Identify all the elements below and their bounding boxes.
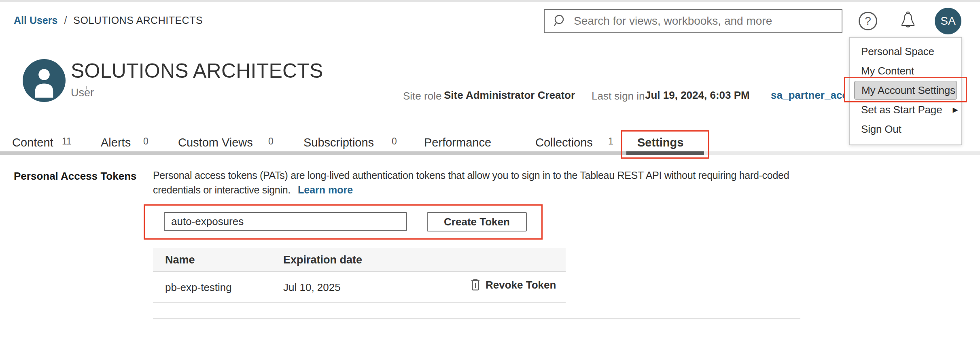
notifications-bell-icon[interactable] <box>897 10 918 32</box>
trash-icon <box>470 278 481 291</box>
tab-label: Collections <box>535 136 593 149</box>
pat-description-line1: Personal access tokens (PATs) are long-l… <box>153 170 789 181</box>
username-link[interactable]: sa_partner_accou <box>771 89 844 102</box>
last-sign-in-label: Last sign in <box>592 90 645 102</box>
help-icon[interactable]: ? <box>859 12 877 30</box>
breadcrumb: All Users / SOLUTIONS ARCHITECTS <box>14 15 203 26</box>
menu-item-my-account-settings[interactable]: My Account Settings <box>850 81 961 100</box>
tab-content[interactable]: Content 11 <box>12 136 53 149</box>
revoke-token-button[interactable]: Revoke Token <box>470 278 556 291</box>
account-dropdown-menu: Personal Space My Content My Account Set… <box>849 37 962 145</box>
tab-alerts[interactable]: Alerts 0 <box>101 136 131 149</box>
tab-collections[interactable]: Collections 1 <box>535 136 593 149</box>
menu-item-highlight: My Account Settings <box>854 81 957 100</box>
search-input[interactable] <box>574 15 833 28</box>
menu-item-label: Set as Start Page <box>861 104 942 116</box>
token-name-cell: pb-exp-testing <box>165 281 232 294</box>
bell-icon <box>897 10 918 32</box>
submenu-arrow-icon: ▶ <box>952 106 958 114</box>
page-title: SOLUTIONS ARCHITECTS <box>71 59 323 83</box>
table-row: pb-exp-testing Jul 10, 2025 Revoke Token <box>153 272 566 303</box>
tab-count: 0 <box>392 136 397 147</box>
token-expiration-cell: Jul 10, 2025 <box>283 281 341 294</box>
site-role-value: Site Administrator Creator <box>444 89 575 102</box>
avatar-initials: SA <box>940 15 955 28</box>
profile-type-label: User <box>71 87 94 99</box>
menu-item-label: My Account Settings <box>861 84 955 97</box>
search-icon <box>553 14 567 28</box>
tab-label: Custom Views <box>178 136 253 149</box>
learn-more-link[interactable]: Learn more <box>298 184 353 196</box>
pat-description-line2: credentials or interactive signin. Learn… <box>153 184 353 196</box>
breadcrumb-all-users-link[interactable]: All Users <box>14 15 57 26</box>
menu-item-my-content[interactable]: My Content <box>850 61 961 81</box>
tab-subscriptions[interactable]: Subscriptions 0 <box>303 136 374 149</box>
tab-label: Settings <box>637 136 683 149</box>
tab-count: 0 <box>143 136 148 147</box>
breadcrumb-current-page: SOLUTIONS ARCHITECTS <box>73 15 203 26</box>
breadcrumb-separator: / <box>64 15 67 26</box>
tab-count: 1 <box>608 136 613 147</box>
window-top-edge <box>0 0 980 2</box>
tab-label: Alerts <box>101 136 131 149</box>
active-tab-underline <box>626 151 704 155</box>
person-icon <box>23 59 66 102</box>
menu-item-label: Sign Out <box>861 123 902 136</box>
section-divider <box>153 318 800 319</box>
tab-label: Content <box>12 136 53 149</box>
menu-item-sign-out[interactable]: Sign Out <box>850 119 961 139</box>
site-role-label: Site role <box>403 90 441 102</box>
tab-bar-underline <box>0 151 626 155</box>
create-token-button[interactable]: Create Token <box>427 212 527 231</box>
search-bar[interactable] <box>544 9 842 33</box>
tab-settings[interactable]: Settings <box>637 136 683 149</box>
help-glyph: ? <box>865 15 871 28</box>
tab-label: Performance <box>424 136 491 149</box>
menu-item-label: Personal Space <box>861 45 934 58</box>
user-avatar-button[interactable]: SA <box>935 8 961 34</box>
tab-count: 0 <box>268 136 274 147</box>
tab-custom-views[interactable]: Custom Views 0 <box>178 136 253 149</box>
pat-description-text: credentials or interactive signin. <box>153 184 291 196</box>
last-sign-in-value: Jul 19, 2024, 6:03 PM <box>645 89 750 102</box>
column-header-expiration: Expiration date <box>283 254 362 266</box>
menu-item-set-as-start-page[interactable]: Set as Start Page ▶ <box>850 100 961 119</box>
tab-performance[interactable]: Performance <box>424 136 491 149</box>
column-header-name: Name <box>165 254 195 266</box>
menu-item-label: My Content <box>861 65 914 77</box>
pat-section-heading: Personal Access Tokens <box>14 170 136 183</box>
tab-label: Subscriptions <box>303 136 374 149</box>
token-table-header: Name Expiration date <box>153 248 566 272</box>
tab-bar-underline-right <box>704 151 980 155</box>
token-name-input[interactable] <box>164 212 407 231</box>
revoke-token-label: Revoke Token <box>486 279 556 291</box>
tab-count: 11 <box>62 136 72 147</box>
profile-avatar <box>23 59 66 102</box>
token-table: Name Expiration date pb-exp-testing Jul … <box>153 248 566 303</box>
profile-subtitle-separator <box>86 86 87 89</box>
tableau-user-settings-page: All Users / SOLUTIONS ARCHITECTS ? SA Pe… <box>0 0 980 344</box>
menu-item-personal-space[interactable]: Personal Space <box>850 42 961 61</box>
